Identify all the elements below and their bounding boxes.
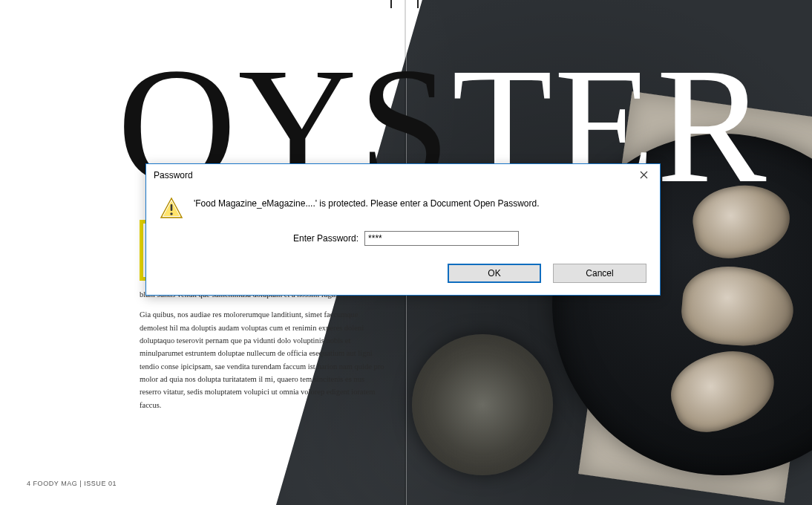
close-button[interactable] — [627, 164, 660, 186]
password-dialog: Password 'Food Magazine_eMagazine....' i… — [145, 163, 661, 296]
page-tick — [390, 0, 392, 8]
page-folio: 4 FOODY MAG | ISSUE 01 — [27, 480, 117, 487]
svg-point-3 — [170, 212, 172, 215]
page-tick — [417, 0, 419, 8]
ok-button[interactable]: OK — [448, 264, 541, 283]
close-icon — [640, 169, 648, 181]
dialog-body: 'Food Magazine_eMagazine....' is protect… — [146, 186, 660, 264]
svg-rect-2 — [171, 204, 173, 211]
body-paragraph: Gia quibus, nos audiae res molorerumque … — [140, 308, 384, 411]
password-label: Enter Password: — [293, 233, 358, 244]
cancel-button[interactable]: Cancel — [553, 264, 646, 283]
warning-icon — [160, 197, 183, 221]
dialog-title: Password — [154, 170, 193, 180]
dialog-titlebar[interactable]: Password — [146, 164, 660, 186]
magazine-body-copy: blani suntis vendit que sumenimusa dolup… — [140, 288, 384, 419]
glass-graphic — [412, 334, 553, 475]
password-input[interactable] — [364, 231, 519, 246]
dialog-message: 'Food Magazine_eMagazine....' is protect… — [194, 195, 540, 209]
